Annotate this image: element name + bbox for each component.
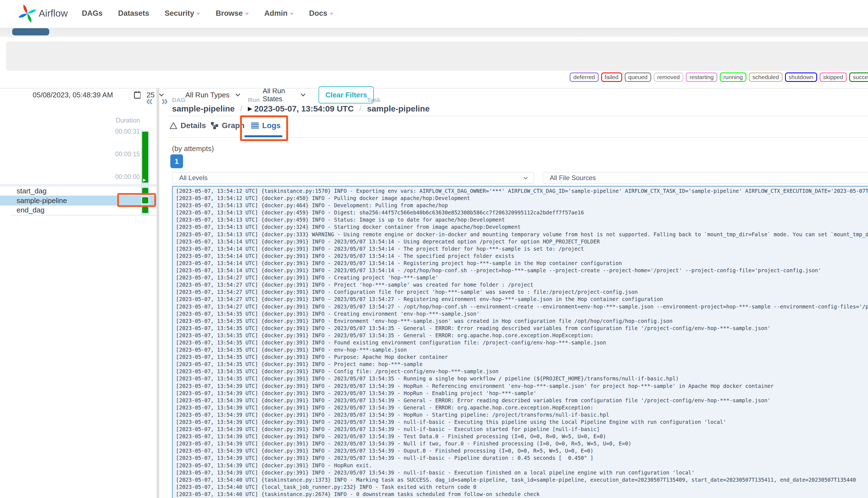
- brand-name[interactable]: Airflow: [39, 8, 68, 19]
- log-output-text: [2023-05-07, 13:54:12 UTC] {taskinstance…: [176, 187, 868, 498]
- log-output-panel[interactable]: [2023-05-07, 13:54:12 UTC] {taskinstance…: [172, 186, 868, 498]
- chevron-down-icon: [290, 13, 294, 15]
- annotation-task-status-highlight: [117, 193, 156, 207]
- content-divider: [0, 88, 868, 89]
- tab-graph[interactable]: Graph: [211, 121, 244, 130]
- nav-browse-label: Browse: [216, 9, 243, 18]
- collapse-panel-icon[interactable]: «: [146, 95, 152, 107]
- nav-admin[interactable]: Admin: [264, 9, 294, 18]
- panel-resize-handle[interactable]: [157, 88, 159, 498]
- nav-datasets-label: Datasets: [118, 9, 149, 18]
- nav-dags[interactable]: DAGs: [82, 9, 103, 18]
- duration-axis-title: Duration: [91, 117, 140, 124]
- duration-tick: 00:00:31: [91, 128, 140, 135]
- file-source-select[interactable]: All File Sources: [543, 172, 868, 184]
- log-level-select[interactable]: All Levels: [172, 172, 534, 184]
- breadcrumb-dag[interactable]: DAG sample-pipeline: [172, 97, 235, 114]
- partial-blue-tab[interactable]: [12, 28, 49, 36]
- manual-run-play-icon: ▶: [143, 178, 146, 182]
- duration-tick: 00:00:00: [91, 173, 140, 181]
- nav-docs[interactable]: Docs: [309, 9, 333, 18]
- breadcrumb-task[interactable]: Task sample-pipeline: [367, 97, 430, 114]
- subnav-band: [0, 28, 868, 37]
- base-date-input[interactable]: 05/08/2023, 05:48:39 AM: [27, 86, 147, 104]
- airflow-logo-icon[interactable]: [18, 3, 37, 24]
- calendar-icon[interactable]: [134, 91, 141, 99]
- nav-dags-label: DAGs: [82, 9, 103, 18]
- state-badge-scheduled[interactable]: scheduled: [749, 73, 783, 82]
- state-badge-skipped[interactable]: skipped: [819, 73, 847, 82]
- by-attempts-label: (by attempts): [172, 144, 214, 153]
- state-badge-success[interactable]: success: [849, 73, 868, 82]
- breadcrumb-dag-value: sample-pipeline: [172, 104, 235, 114]
- state-badge-restarting[interactable]: restarting: [686, 73, 717, 82]
- state-legend: deferred failed queued removed restartin…: [570, 73, 868, 82]
- chevron-down-icon: [301, 92, 306, 96]
- main-nav: DAGs Datasets Security Browse Admin Docs: [82, 9, 333, 18]
- run-type-play-icon: ▶: [248, 105, 252, 112]
- graph-icon: [211, 122, 218, 130]
- breadcrumb-task-value: sample-pipeline: [367, 104, 430, 114]
- state-badge-removed[interactable]: removed: [654, 73, 683, 82]
- grid-row-separator: [0, 184, 157, 186]
- breadcrumb-dag-label: DAG: [172, 97, 235, 104]
- state-badge-deferred[interactable]: deferred: [570, 73, 598, 82]
- state-badge-shutdown[interactable]: shutdown: [785, 73, 817, 82]
- nav-browse[interactable]: Browse: [216, 9, 249, 18]
- nav-admin-label: Admin: [264, 9, 288, 18]
- chevron-down-icon: [524, 175, 528, 179]
- breadcrumb-run-label: Run: [248, 97, 354, 104]
- nav-security-label: Security: [165, 9, 195, 18]
- dag-run-duration-bar[interactable]: ▶: [142, 132, 148, 183]
- warning-triangle-icon: [170, 122, 177, 129]
- nav-datasets[interactable]: Datasets: [118, 9, 149, 18]
- task-name: sample-pipeline: [17, 196, 67, 205]
- breadcrumb-separator: /: [240, 104, 242, 114]
- chevron-down-icon: [236, 92, 240, 96]
- state-badge-running[interactable]: running: [720, 73, 746, 82]
- chevron-down-icon: [245, 13, 249, 15]
- tab-details[interactable]: Details: [170, 121, 206, 130]
- nav-docs-label: Docs: [309, 9, 328, 18]
- breadcrumb: DAG sample-pipeline / Run ▶ 2023-05-07, …: [172, 97, 430, 114]
- file-source-value: All File Sources: [550, 174, 596, 182]
- annotation-logs-tab-highlight: [240, 115, 288, 141]
- log-level-value: All Levels: [179, 174, 208, 182]
- breadcrumb-run-value: 2023-05-07, 13:54:09 UTC: [254, 104, 354, 114]
- state-badge-failed[interactable]: failed: [601, 73, 622, 82]
- breadcrumb-task-label: Task: [367, 97, 430, 104]
- state-badge-queued[interactable]: queued: [625, 73, 651, 82]
- task-name: start_dag: [17, 187, 46, 195]
- chevron-down-icon: [330, 13, 333, 15]
- expand-panel-icon[interactable]: »: [161, 95, 168, 107]
- attempt-1-button[interactable]: 1: [170, 154, 183, 168]
- chevron-down-icon: [196, 13, 200, 15]
- task-status-square-end-dag[interactable]: [142, 207, 148, 213]
- duration-tick: 00:00:15: [91, 150, 140, 158]
- breadcrumb-separator: /: [359, 104, 361, 114]
- grid-bottom-border: [11, 215, 157, 215]
- nav-security[interactable]: Security: [165, 9, 200, 18]
- filter-bar: 05/08/2023, 05:48:39 AM 25 All Run Types…: [6, 41, 868, 71]
- top-navbar: Airflow DAGs Datasets Security Browse Ad…: [0, 0, 868, 28]
- breadcrumb-run[interactable]: Run ▶ 2023-05-07, 13:54:09 UTC: [248, 97, 354, 114]
- task-name: end_dag: [17, 206, 44, 214]
- tab-details-label: Details: [181, 121, 206, 130]
- base-date-value: 05/08/2023, 05:48:39 AM: [32, 91, 113, 99]
